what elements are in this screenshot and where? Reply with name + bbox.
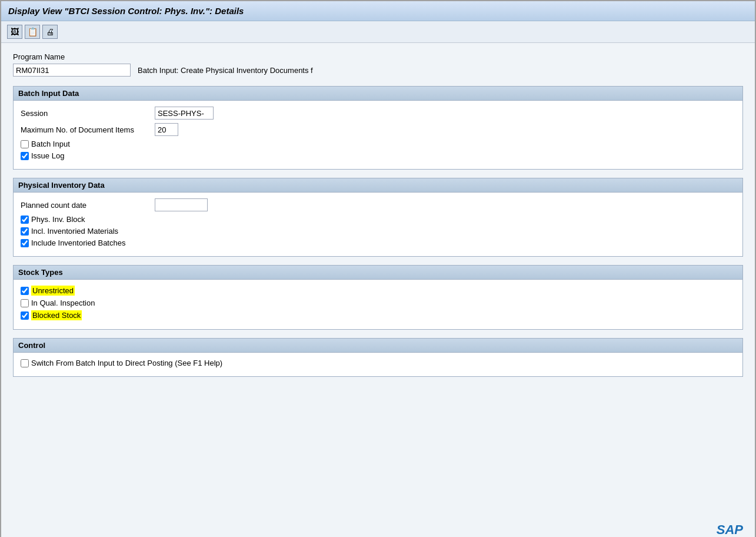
control-body: Switch From Batch Input to Direct Postin…	[14, 353, 742, 376]
max-items-label: Maximum No. of Document Items	[21, 125, 150, 134]
batch-input-data-section: Batch Input Data Session Maximum No. of …	[13, 86, 743, 170]
main-window: Display View "BTCI Session Control: Phys…	[0, 0, 756, 537]
session-row: Session	[21, 107, 735, 120]
physical-inventory-data-section: Physical Inventory Data Planned count da…	[13, 178, 743, 257]
session-input[interactable]	[155, 107, 214, 120]
program-description: Batch Input: Create Physical Inventory D…	[138, 66, 313, 75]
session-label: Session	[21, 109, 150, 118]
in-qual-inspection-label: In Qual. Inspection	[31, 299, 95, 307]
in-qual-inspection-checkbox[interactable]	[21, 299, 29, 307]
include-batches-checkbox[interactable]	[21, 239, 29, 247]
program-name-row: Batch Input: Create Physical Inventory D…	[13, 64, 743, 77]
content-area: Program Name Batch Input: Create Physica…	[1, 43, 755, 537]
phys-inv-block-label: Phys. Inv. Block	[31, 215, 85, 224]
switch-row: Switch From Batch Input to Direct Postin…	[21, 359, 735, 367]
display-icon: 🖼	[11, 27, 19, 37]
planned-count-date-input[interactable]	[155, 198, 208, 211]
incl-inventoried-checkbox[interactable]	[21, 227, 29, 236]
batch-input-data-header: Batch Input Data	[14, 87, 742, 101]
issue-log-row: Issue Log	[21, 151, 735, 160]
unrestricted-row: Unrestricted	[21, 286, 735, 296]
issue-log-checkbox[interactable]	[21, 152, 29, 160]
stock-types-body: Unrestricted In Qual. Inspection Blocked…	[14, 280, 742, 329]
issue-log-label: Issue Log	[31, 151, 64, 160]
print-icon: 🖨	[46, 27, 54, 37]
physical-inventory-data-body: Planned count date Phys. Inv. Block Incl…	[14, 193, 742, 256]
switch-label: Switch From Batch Input to Direct Postin…	[31, 359, 222, 367]
program-name-input[interactable]	[13, 64, 131, 77]
stock-types-section: Stock Types Unrestricted In Qual. Inspec…	[13, 265, 743, 330]
print-button[interactable]: 🖨	[42, 25, 58, 39]
program-name-label: Program Name	[13, 52, 743, 61]
blocked-stock-label: Blocked Stock	[31, 310, 82, 320]
planned-count-date-row: Planned count date	[21, 198, 735, 211]
sap-logo: SAP	[717, 522, 743, 537]
clipboard-button[interactable]: 📋	[25, 25, 40, 39]
batch-input-checkbox[interactable]	[21, 140, 29, 148]
batch-input-row: Batch Input	[21, 140, 735, 148]
physical-inventory-data-header: Physical Inventory Data	[14, 178, 742, 193]
toolbar: 🖼 📋 🖨	[1, 21, 755, 43]
unrestricted-checkbox[interactable]	[21, 287, 29, 295]
title-bar: Display View "BTCI Session Control: Phys…	[1, 1, 755, 21]
switch-checkbox[interactable]	[21, 359, 29, 367]
in-qual-inspection-row: In Qual. Inspection	[21, 299, 735, 307]
phys-inv-block-checkbox[interactable]	[21, 216, 29, 224]
control-header: Control	[14, 339, 742, 353]
display-button[interactable]: 🖼	[7, 25, 22, 39]
incl-inventoried-row: Incl. Inventoried Materials	[21, 227, 735, 236]
unrestricted-label: Unrestricted	[31, 286, 75, 296]
program-name-section: Program Name Batch Input: Create Physica…	[13, 52, 743, 77]
control-section: Control Switch From Batch Input to Direc…	[13, 338, 743, 377]
batch-input-data-body: Session Maximum No. of Document Items Ba…	[14, 101, 742, 169]
clipboard-icon: 📋	[28, 27, 38, 37]
blocked-stock-checkbox[interactable]	[21, 311, 29, 320]
batch-input-label: Batch Input	[31, 140, 70, 148]
incl-inventoried-label: Incl. Inventoried Materials	[31, 227, 118, 236]
include-batches-row: Include Inventoried Batches	[21, 238, 735, 247]
blocked-stock-row: Blocked Stock	[21, 310, 735, 320]
max-items-input[interactable]	[155, 123, 178, 136]
include-batches-label: Include Inventoried Batches	[31, 238, 125, 247]
stock-types-header: Stock Types	[14, 266, 742, 280]
max-items-row: Maximum No. of Document Items	[21, 123, 735, 136]
window-title: Display View "BTCI Session Control: Phys…	[8, 6, 244, 16]
planned-count-date-label: Planned count date	[21, 201, 150, 210]
phys-inv-block-row: Phys. Inv. Block	[21, 215, 735, 224]
